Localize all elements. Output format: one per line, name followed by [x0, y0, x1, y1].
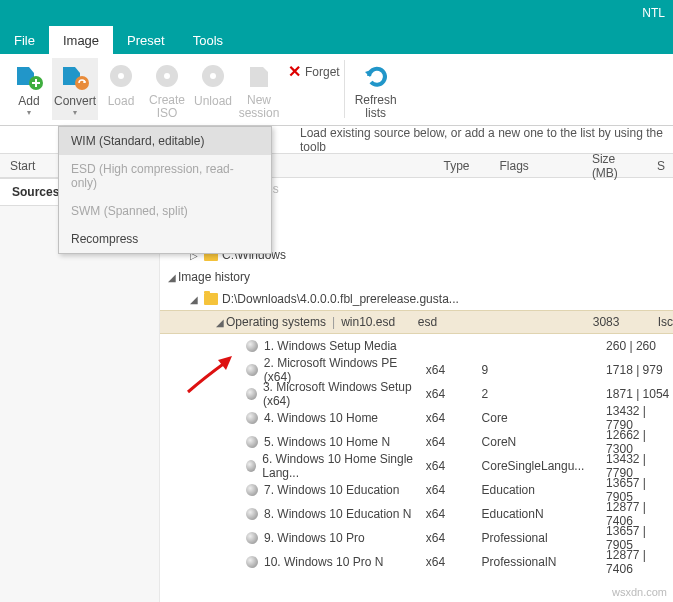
menu-preset[interactable]: Preset	[113, 26, 179, 54]
os-file: win10.esd	[341, 315, 395, 329]
disk-icon	[246, 388, 257, 400]
image-row[interactable]: 10. Windows 10 Pro Nx64ProfessionalN1287…	[160, 550, 673, 574]
unload-icon	[197, 60, 229, 92]
refresh-button[interactable]: Refresh lists	[349, 58, 403, 120]
separator	[344, 60, 345, 118]
add-icon	[13, 60, 45, 92]
disk-icon	[246, 412, 258, 424]
col-start[interactable]: Start	[0, 159, 55, 173]
col-s[interactable]: S	[649, 159, 673, 173]
tree-history[interactable]: Image history	[178, 270, 250, 284]
os-label: Operating systems	[226, 315, 326, 329]
image-row[interactable]: 7. Windows 10 Educationx64Education13657…	[160, 478, 673, 502]
svg-point-1	[75, 76, 89, 90]
disk-icon	[246, 508, 258, 520]
folder-icon	[204, 293, 218, 305]
menubar: File Image Preset Tools	[0, 26, 673, 54]
image-row[interactable]: 6. Windows 10 Home Single Lang...x64Core…	[160, 454, 673, 478]
close-icon: ✕	[288, 62, 301, 81]
dd-wim[interactable]: WIM (Standard, editable)	[59, 127, 271, 155]
add-button[interactable]: Add▾	[6, 58, 52, 120]
image-row[interactable]: 8. Windows 10 Education Nx64EducationN12…	[160, 502, 673, 526]
dd-recompress[interactable]: Recompress	[59, 225, 271, 253]
svg-point-3	[118, 73, 124, 79]
unload-button[interactable]: Unload	[190, 58, 236, 120]
col-flags[interactable]: Flags	[491, 159, 583, 173]
image-row[interactable]: 9. Windows 10 Prox64Professional13657 | …	[160, 526, 673, 550]
disk-icon	[246, 436, 258, 448]
disk-icon	[246, 460, 256, 472]
disk-icon	[246, 484, 258, 496]
new-session-button[interactable]: New session	[236, 58, 282, 120]
disk-icon	[246, 532, 258, 544]
convert-dropdown: WIM (Standard, editable) ESD (High compr…	[58, 126, 272, 254]
col-type[interactable]: Type	[435, 159, 491, 173]
convert-icon	[59, 60, 91, 92]
menu-image[interactable]: Image	[49, 26, 113, 54]
titlebar: NTL	[0, 0, 673, 26]
row-operating-systems[interactable]: ◢Operating systems|win10.esd esd 3083 Is…	[160, 310, 673, 334]
menu-tools[interactable]: Tools	[179, 26, 237, 54]
dd-esd: ESD (High compression, read-only)	[59, 155, 271, 197]
new-session-icon	[243, 60, 275, 92]
disk-icon	[246, 556, 258, 568]
watermark: wsxdn.com	[612, 586, 667, 598]
svg-point-7	[210, 73, 216, 79]
disk-icon	[246, 364, 258, 376]
svg-point-5	[164, 73, 170, 79]
refresh-icon	[360, 60, 392, 92]
col-size[interactable]: Size (MB)	[584, 152, 649, 180]
dd-swm: SWM (Spanned, split)	[59, 197, 271, 225]
tree-dpath[interactable]: D:\Downloads\4.0.0.0.fbl_prerelease.gust…	[222, 292, 459, 306]
image-row[interactable]: 5. Windows 10 Home Nx64CoreN12662 | 7300	[160, 430, 673, 454]
ribbon: Add▾ Convert▾ Load Create ISO Unload New…	[0, 54, 673, 126]
forget-button[interactable]: ✕Forget	[288, 62, 340, 81]
disk-icon	[246, 340, 258, 352]
menu-file[interactable]: File	[0, 26, 49, 54]
load-button[interactable]: Load	[98, 58, 144, 120]
app-title: NTL	[642, 6, 665, 20]
annotation-arrow-2	[182, 350, 242, 400]
load-icon	[105, 60, 137, 92]
create-iso-button[interactable]: Create ISO	[144, 58, 190, 120]
image-row[interactable]: 4. Windows 10 Homex64Core13432 | 7790	[160, 406, 673, 430]
convert-button[interactable]: Convert▾	[52, 58, 98, 120]
iso-icon	[151, 60, 183, 92]
